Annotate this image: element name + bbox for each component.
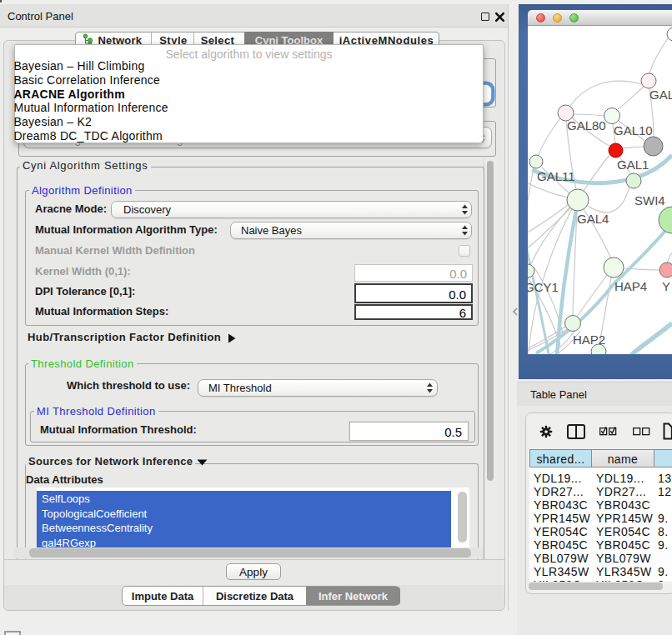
svg-text:GAL11: GAL11 bbox=[537, 169, 575, 183]
svg-text:Y: Y bbox=[662, 279, 670, 293]
svg-text:SWI4: SWI4 bbox=[634, 193, 665, 208]
svg-text:HAP2: HAP2 bbox=[573, 332, 605, 347]
svg-text:GAL: GAL bbox=[649, 88, 672, 102]
svg-text:GCY1: GCY1 bbox=[528, 280, 559, 294]
svg-text:GAL80: GAL80 bbox=[567, 118, 606, 132]
svg-text:GAL4: GAL4 bbox=[577, 212, 609, 226]
svg-text:GAL10: GAL10 bbox=[614, 123, 653, 138]
svg-text:GAL1: GAL1 bbox=[617, 158, 649, 172]
svg-text:HAP4: HAP4 bbox=[614, 279, 647, 293]
